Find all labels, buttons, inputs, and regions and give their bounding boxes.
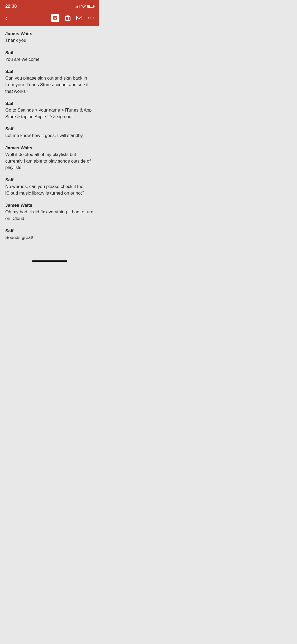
svg-point-11 (93, 17, 94, 19)
archive-button[interactable] (51, 14, 59, 22)
message-text: You are welcome. (5, 56, 94, 63)
toolbar-left: ‹ (5, 15, 8, 21)
chat-content: James Waits Thank you. Saif You are welc… (0, 26, 99, 258)
message-block-8: James Waits Oh my bad, it did fix everyt… (5, 203, 94, 222)
home-indicator (0, 258, 99, 264)
message-text: No worries, can you please check if the … (5, 183, 94, 196)
back-button[interactable]: ‹ (5, 15, 8, 21)
battery-icon (87, 5, 94, 8)
message-block-7: Saif No worries, can you please check if… (5, 177, 94, 196)
svg-rect-8 (77, 16, 82, 20)
sender-name: Saif (5, 177, 94, 183)
wifi-icon (81, 4, 86, 9)
message-block-1: James Waits Thank you. (5, 31, 94, 44)
more-button[interactable] (88, 17, 94, 19)
svg-rect-4 (67, 15, 69, 16)
sender-name: Saif (5, 50, 94, 56)
mail-button[interactable] (76, 16, 82, 20)
sender-name: Saif (5, 228, 94, 234)
delete-button[interactable] (65, 15, 70, 21)
message-text: Well it deleted all of my playlists but … (5, 151, 94, 171)
toolbar: ‹ (0, 12, 99, 26)
svg-point-9 (88, 17, 89, 19)
sender-name: James Waits (5, 203, 94, 208)
message-block-2: Saif You are welcome. (5, 50, 94, 63)
message-block-9: Saif Sounds great! (5, 228, 94, 241)
signal-icon (75, 4, 79, 8)
status-icons (75, 4, 94, 9)
message-block-3: Saif Can you please sign out and sign ba… (5, 69, 94, 95)
message-block-5: Saif Let me know how it goes, I will sta… (5, 126, 94, 139)
status-bar: 22:38 (0, 0, 99, 12)
sender-name: James Waits (5, 145, 94, 151)
message-block-6: James Waits Well it deleted all of my pl… (5, 145, 94, 171)
message-text: Oh my bad, it did fix everything. I had … (5, 209, 94, 222)
toolbar-right (51, 14, 94, 22)
status-time: 22:38 (5, 4, 17, 9)
message-text: Can you please sign out and sign back in… (5, 75, 94, 95)
sender-name: Saif (5, 69, 94, 74)
svg-rect-0 (53, 16, 57, 17)
message-block-4: Saif Go to Settings > your name > iTunes… (5, 101, 94, 120)
sender-name: Saif (5, 101, 94, 106)
message-text: Let me know how it goes, I will standby. (5, 132, 94, 139)
message-text: Go to Settings > your name > iTunes & Ap… (5, 107, 94, 120)
message-text: Sounds great! (5, 234, 94, 241)
sender-name: James Waits (5, 31, 94, 36)
home-bar (32, 260, 67, 262)
message-text: Thank you. (5, 37, 94, 44)
sender-name: Saif (5, 126, 94, 132)
svg-point-10 (90, 17, 91, 19)
